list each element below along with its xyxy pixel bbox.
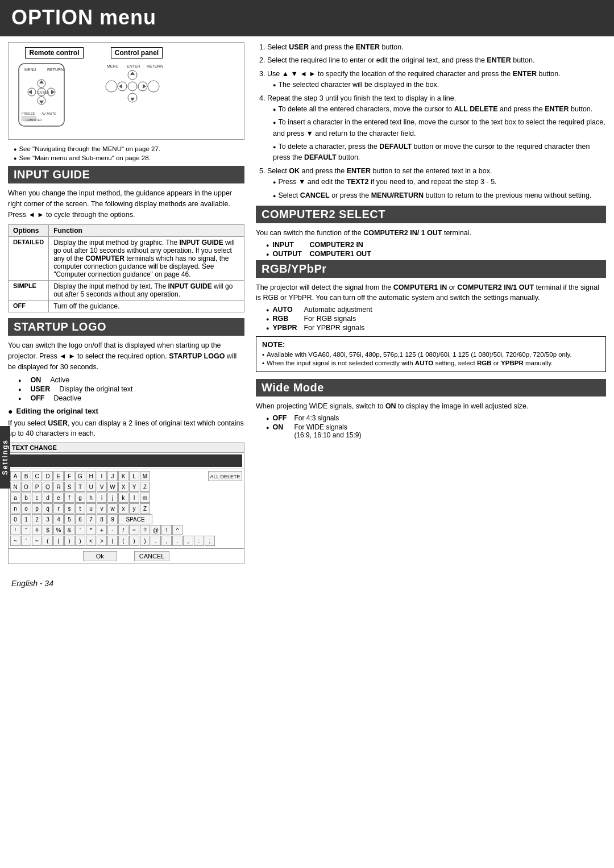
kb-key-y2[interactable]: y bbox=[129, 503, 139, 514]
kb-key-at[interactable]: @ bbox=[151, 525, 161, 535]
kb-key-rparen2[interactable]: ) bbox=[75, 536, 85, 546]
kb-key-tilde[interactable]: ~ bbox=[10, 536, 20, 546]
kb-key-9[interactable]: 9 bbox=[107, 514, 118, 524]
kb-key-8[interactable]: 8 bbox=[97, 514, 107, 524]
kb-key-s[interactable]: s bbox=[64, 503, 74, 514]
kb-key-1[interactable]: 1 bbox=[21, 514, 31, 524]
kb-key-amp[interactable]: & bbox=[64, 525, 74, 535]
kb-key-u[interactable]: u bbox=[86, 503, 96, 514]
kb-key-dot[interactable]: . bbox=[151, 536, 161, 546]
kb-key-c[interactable]: c bbox=[32, 493, 42, 503]
kb-key-E[interactable]: E bbox=[53, 471, 64, 481]
kb-key-H[interactable]: H bbox=[86, 471, 96, 481]
kb-key-F[interactable]: F bbox=[64, 471, 74, 481]
kb-key-m[interactable]: m bbox=[140, 493, 150, 503]
kb-key-caret[interactable]: ^ bbox=[172, 525, 182, 535]
kb-key-5[interactable]: 5 bbox=[64, 514, 74, 524]
kb-key-quot[interactable]: " bbox=[21, 525, 31, 535]
kb-key-rparen1[interactable]: ) bbox=[64, 536, 74, 546]
kb-key-0[interactable]: 0 bbox=[10, 514, 20, 524]
kb-key-p[interactable]: p bbox=[32, 503, 42, 514]
kb-key-question[interactable]: ? bbox=[140, 525, 150, 535]
kb-key-plus[interactable]: + bbox=[97, 525, 107, 535]
kb-key-q[interactable]: q bbox=[43, 503, 53, 514]
kb-key-I[interactable]: I bbox=[97, 471, 107, 481]
kb-key-dollar[interactable]: $ bbox=[43, 525, 53, 535]
kb-key-W[interactable]: W bbox=[107, 482, 118, 492]
kb-key-6[interactable]: 6 bbox=[75, 514, 85, 524]
kb-key-Y[interactable]: Y bbox=[129, 482, 139, 492]
kb-key-eq[interactable]: = bbox=[129, 525, 139, 535]
kb-key-j[interactable]: j bbox=[107, 493, 118, 503]
kb-key-D[interactable]: D bbox=[43, 471, 53, 481]
kb-key-l[interactable]: l bbox=[129, 493, 139, 503]
kb-key-i[interactable]: i bbox=[97, 493, 107, 503]
kb-key-tilde2[interactable]: ~ bbox=[32, 536, 42, 546]
kb-key-h[interactable]: h bbox=[86, 493, 96, 503]
kb-key-3[interactable]: 3 bbox=[43, 514, 53, 524]
kb-key-w[interactable]: w bbox=[107, 503, 118, 514]
kb-key-X[interactable]: X bbox=[118, 482, 128, 492]
kb-key-Z[interactable]: Z bbox=[140, 482, 150, 492]
kb-key-comma[interactable]: , bbox=[161, 536, 172, 546]
kb-key-space[interactable]: SPACE bbox=[118, 514, 152, 524]
kb-key-star[interactable]: * bbox=[86, 525, 96, 535]
kb-key-Q[interactable]: Q bbox=[43, 482, 53, 492]
kb-key-apos[interactable]: ' bbox=[75, 525, 85, 535]
kb-key-colon[interactable]: : bbox=[194, 536, 204, 546]
kb-key-d[interactable]: d bbox=[43, 493, 53, 503]
kb-key-t[interactable]: t bbox=[75, 503, 85, 514]
kb-key-V[interactable]: V bbox=[97, 482, 107, 492]
kb-key-J[interactable]: J bbox=[107, 471, 118, 481]
kb-key-backtick[interactable]: ' bbox=[21, 536, 31, 546]
kb-key-G[interactable]: G bbox=[75, 471, 85, 481]
kb-key-7[interactable]: 7 bbox=[86, 514, 96, 524]
kb-key-b[interactable]: b bbox=[21, 493, 31, 503]
kb-key-2[interactable]: 2 bbox=[32, 514, 42, 524]
text-input-field[interactable] bbox=[10, 454, 242, 467]
kb-key-percent[interactable]: % bbox=[53, 525, 64, 535]
kb-key-lparen4[interactable]: ( bbox=[118, 536, 128, 546]
kb-key-lt[interactable]: < bbox=[86, 536, 96, 546]
kb-key-slash[interactable]: / bbox=[118, 525, 128, 535]
kb-key-rparen4[interactable]: ) bbox=[140, 536, 150, 546]
kb-key-lparen2[interactable]: ( bbox=[53, 536, 64, 546]
kb-key-L[interactable]: L bbox=[129, 471, 139, 481]
kb-key-lparen3[interactable]: ( bbox=[107, 536, 118, 546]
kb-key-r[interactable]: r bbox=[53, 503, 64, 514]
kb-key-o[interactable]: o bbox=[21, 503, 31, 514]
kb-key-A[interactable]: A bbox=[10, 471, 20, 481]
kb-cancel-button[interactable]: CANCEL bbox=[134, 551, 170, 561]
kb-key-hash[interactable]: # bbox=[32, 525, 42, 535]
kb-ok-button[interactable]: Ok bbox=[83, 551, 117, 561]
kb-key-O[interactable]: O bbox=[21, 482, 31, 492]
kb-key-N[interactable]: N bbox=[10, 482, 20, 492]
kb-key-minus[interactable]: - bbox=[107, 525, 118, 535]
kb-key-M[interactable]: M bbox=[140, 471, 150, 481]
kb-key-v[interactable]: v bbox=[97, 503, 107, 514]
kb-key-Z2[interactable]: Z bbox=[140, 503, 150, 514]
kb-key-B[interactable]: B bbox=[21, 471, 31, 481]
kb-key-C[interactable]: C bbox=[32, 471, 42, 481]
kb-key-4[interactable]: 4 bbox=[53, 514, 64, 524]
kb-key-R[interactable]: R bbox=[53, 482, 64, 492]
kb-key-gt[interactable]: > bbox=[97, 536, 107, 546]
kb-key-rparen3[interactable]: ) bbox=[129, 536, 139, 546]
kb-key-K[interactable]: K bbox=[118, 471, 128, 481]
kb-key-k[interactable]: k bbox=[118, 493, 128, 503]
kb-key-a[interactable]: a bbox=[10, 493, 20, 503]
kb-key-excl[interactable]: ! bbox=[10, 525, 20, 535]
kb-key-f[interactable]: f bbox=[64, 493, 74, 503]
kb-key-e[interactable]: e bbox=[53, 493, 64, 503]
kb-key-g[interactable]: g bbox=[75, 493, 85, 503]
kb-key-dot2[interactable]: . bbox=[172, 536, 182, 546]
kb-key-T[interactable]: T bbox=[75, 482, 85, 492]
kb-key-n[interactable]: n bbox=[10, 503, 20, 514]
kb-key-backslash[interactable]: \ bbox=[161, 525, 172, 535]
kb-key-comma2[interactable]: , bbox=[183, 536, 193, 546]
kb-key-x[interactable]: x bbox=[118, 503, 128, 514]
kb-all-delete[interactable]: ALL DELETE bbox=[208, 471, 242, 481]
kb-key-lparen1[interactable]: ( bbox=[43, 536, 53, 546]
kb-key-S[interactable]: S bbox=[64, 482, 74, 492]
kb-key-P[interactable]: P bbox=[32, 482, 42, 492]
